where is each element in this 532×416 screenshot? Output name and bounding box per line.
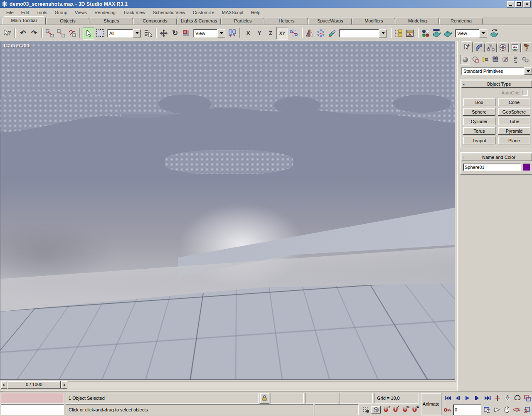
maxscript-listener-input[interactable]	[1, 404, 64, 415]
object-name-field[interactable]: Sphere01	[463, 163, 521, 171]
previous-frame-button[interactable]	[453, 393, 462, 404]
degradation-override-button[interactable]	[371, 406, 381, 414]
menu-item[interactable]: Track View	[119, 9, 149, 16]
help-mode-button[interactable]: ?	[2, 27, 12, 39]
open-track-view-button[interactable]	[404, 27, 415, 39]
category-dropdown[interactable]: Standard Primitives	[461, 67, 532, 75]
inverse-kinematics-button[interactable]	[288, 27, 299, 39]
close-button[interactable]: ×	[523, 1, 531, 7]
object-type-button[interactable]: Cylinder	[463, 117, 495, 125]
tab-create[interactable]	[461, 41, 473, 52]
dropdown-arrow-icon[interactable]	[524, 67, 532, 75]
edit-named-selections-button[interactable]	[393, 27, 404, 39]
time-slider-handle[interactable]: 0 / 1000	[7, 381, 61, 389]
use-pivot-point-center-button[interactable]	[227, 27, 238, 39]
set-key-button[interactable]	[443, 404, 452, 415]
field-of-view-button[interactable]	[493, 404, 501, 415]
arc-rotate-selected-button[interactable]	[512, 404, 521, 415]
menu-item[interactable]: File	[2, 9, 17, 16]
tab-display[interactable]	[509, 42, 521, 52]
menu-item[interactable]: Edit	[17, 9, 33, 16]
object-type-button[interactable]: Box	[463, 98, 495, 106]
zoom-extents-button[interactable]	[503, 393, 512, 404]
tab[interactable]: Compounds	[133, 17, 177, 25]
tab[interactable]: Shapes	[90, 17, 133, 25]
menu-item[interactable]: MAXScript	[218, 9, 247, 16]
tab[interactable]: Particles	[221, 17, 264, 25]
min-max-toggle-button[interactable]	[522, 404, 531, 415]
object-type-button[interactable]: Cone	[498, 98, 530, 106]
mirror-button[interactable]	[304, 27, 315, 39]
camera-viewport[interactable]: Camera01	[0, 41, 455, 380]
restrict-z-button[interactable]: Z	[265, 27, 276, 39]
cameras-category-button[interactable]	[491, 55, 500, 64]
menu-item[interactable]: Help	[247, 9, 264, 16]
dropdown-arrow-icon[interactable]	[217, 29, 225, 37]
tab[interactable]: Modifiers	[352, 17, 395, 25]
restrict-x-button[interactable]: X	[243, 27, 254, 39]
tab[interactable]: Lights & Cameras	[177, 17, 221, 25]
menu-item[interactable]: Group	[51, 9, 71, 16]
restrict-xy-plane-button[interactable]: XY	[276, 27, 288, 40]
percent-snap-button[interactable]: %	[401, 406, 409, 414]
tab[interactable]: Rendering	[439, 17, 483, 25]
selection-lock-toggle[interactable]	[260, 393, 269, 404]
current-frame-field[interactable]: 0	[453, 404, 481, 415]
menu-item[interactable]: Rendering	[91, 9, 119, 16]
render-last-button[interactable]	[489, 27, 500, 39]
select-by-name-button[interactable]	[143, 27, 153, 39]
object-type-button[interactable]: Torus	[463, 127, 495, 135]
select-and-link-button[interactable]	[44, 27, 55, 39]
tab-modify[interactable]	[473, 42, 485, 52]
menu-item[interactable]: Customize	[189, 9, 218, 16]
object-type-rollout-header[interactable]: - Object Type	[461, 80, 532, 88]
spinner-snap-button[interactable]: ⇅	[410, 406, 419, 414]
bind-to-space-warp-button[interactable]	[67, 27, 78, 39]
tab-utilities[interactable]	[521, 42, 532, 52]
dropdown-arrow-icon[interactable]	[133, 29, 141, 37]
redo-button[interactable]: ↷	[29, 27, 39, 39]
go-to-end-button[interactable]	[483, 393, 492, 404]
tab[interactable]: Objects	[46, 17, 89, 25]
tab[interactable]: SpaceWarps	[308, 17, 352, 25]
undo-button[interactable]: ↶	[17, 27, 28, 39]
autogrid-checkbox[interactable]	[522, 90, 528, 96]
name-color-rollout-header[interactable]: - Name and Color	[461, 154, 532, 161]
select-object-button[interactable]	[83, 27, 94, 40]
restrict-y-button[interactable]: Y	[254, 27, 265, 39]
snap-toggle-button[interactable]	[362, 406, 370, 413]
rectangular-selection-region-button[interactable]	[95, 27, 106, 39]
play-button[interactable]	[463, 393, 472, 404]
next-frame-arrow[interactable]: >	[61, 381, 67, 389]
menu-item[interactable]: Schematic View	[149, 9, 189, 16]
zoom-region-button[interactable]	[523, 393, 532, 404]
previous-frame-arrow[interactable]: <	[1, 381, 7, 389]
next-frame-button[interactable]	[473, 393, 482, 404]
reference-coordinate-system-dropdown[interactable]: View	[193, 29, 225, 37]
pan-button[interactable]	[502, 404, 511, 415]
helpers-category-button[interactable]	[501, 55, 510, 64]
tab[interactable]: Modeling	[396, 17, 439, 25]
named-selection-sets-dropdown[interactable]	[339, 29, 387, 37]
object-color-swatch[interactable]	[523, 163, 530, 171]
array-button[interactable]	[315, 27, 326, 39]
select-and-rotate-button[interactable]: ↻	[170, 27, 180, 39]
time-configuration-button[interactable]	[483, 404, 491, 415]
angle-snap-button[interactable]: ∠	[391, 406, 400, 414]
render-scene-button[interactable]	[431, 27, 442, 39]
select-and-move-button[interactable]	[158, 27, 169, 39]
object-type-button[interactable]: GeoSphere	[498, 108, 530, 116]
minimize-button[interactable]	[507, 1, 514, 7]
unlink-selection-button[interactable]	[56, 27, 66, 39]
snap-3d-button[interactable]: 3	[382, 406, 390, 414]
menu-item[interactable]: Views	[71, 9, 91, 16]
animate-button[interactable]: Animate	[421, 393, 441, 415]
tab[interactable]: Main Toolbar	[2, 16, 46, 25]
restore-button[interactable]	[515, 1, 522, 7]
material-editor-button[interactable]	[420, 27, 431, 39]
zoom-tool-button[interactable]	[493, 393, 502, 404]
selection-filter-dropdown[interactable]: All	[107, 29, 141, 37]
object-type-button[interactable]: Teapot	[463, 136, 495, 144]
go-to-start-button[interactable]	[443, 393, 452, 404]
shapes-category-button[interactable]	[471, 55, 480, 64]
